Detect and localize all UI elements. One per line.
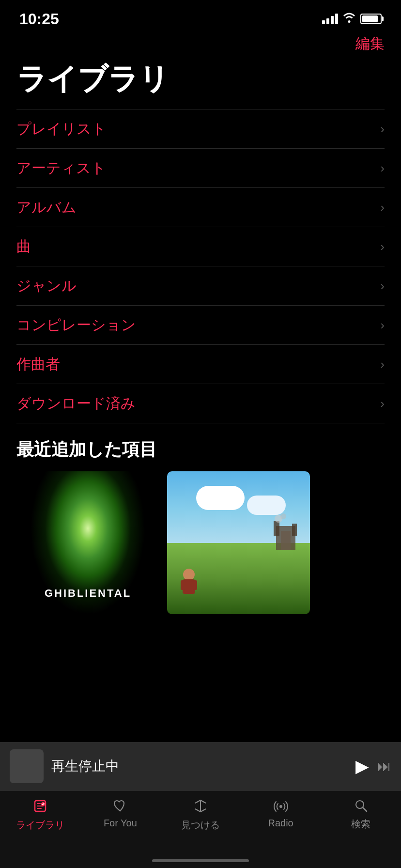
menu-item-compilations[interactable]: コンピレーション ›	[0, 306, 401, 344]
library-icon	[33, 799, 47, 816]
play-button[interactable]: ▶	[355, 756, 369, 776]
svg-rect-2	[292, 524, 297, 536]
album-ghibliental[interactable]: GHIBLIENTAL	[16, 471, 159, 614]
svg-line-14	[363, 807, 367, 811]
chevron-icon: ›	[380, 161, 385, 176]
svg-rect-8	[181, 580, 185, 590]
chevron-icon: ›	[380, 200, 385, 215]
chevron-icon: ›	[380, 396, 385, 411]
status-bar: 10:25	[0, 0, 401, 29]
radio-icon	[273, 799, 289, 815]
svg-rect-9	[192, 580, 197, 590]
library-menu: プレイリスト › アーティスト › アルバム › 曲 › ジャンル › コンピレ…	[0, 109, 401, 423]
svg-point-12	[279, 805, 282, 808]
tab-search[interactable]: 検索	[321, 799, 401, 831]
page-title: ライブラリ	[0, 59, 401, 109]
chevron-icon: ›	[380, 357, 385, 372]
menu-item-playlists[interactable]: プレイリスト ›	[0, 109, 401, 148]
svg-rect-1	[274, 521, 279, 536]
svg-rect-3	[281, 531, 291, 550]
chevron-icon: ›	[380, 239, 385, 254]
album-grid: GHIBLIENTAL	[0, 471, 401, 614]
chevron-icon: ›	[380, 279, 385, 294]
signal-icon	[322, 14, 338, 24]
tab-foryou-label: For You	[104, 818, 137, 829]
menu-item-artists[interactable]: アーティスト ›	[0, 149, 401, 187]
next-button[interactable]: ⏭	[377, 758, 391, 775]
tab-foryou[interactable]: For You	[80, 799, 161, 829]
tab-browse[interactable]: 見つける	[160, 799, 241, 832]
album-howl[interactable]	[167, 471, 310, 614]
tab-search-label: 検索	[351, 818, 370, 831]
wifi-icon	[343, 12, 355, 26]
menu-item-albums[interactable]: アルバム ›	[0, 188, 401, 227]
foryou-icon	[113, 799, 127, 815]
edit-button[interactable]: 編集	[355, 34, 385, 54]
status-icons	[322, 12, 382, 26]
menu-item-genres[interactable]: ジャンル ›	[0, 266, 401, 305]
tab-browse-label: 見つける	[181, 819, 220, 832]
menu-item-songs[interactable]: 曲 ›	[0, 227, 401, 266]
search-icon	[354, 799, 368, 815]
tab-radio-label: Radio	[268, 818, 293, 829]
tab-library-label: ライブラリ	[16, 819, 64, 832]
edit-bar: 編集	[0, 29, 401, 59]
tab-bar: ライブラリ For You 見つける Radio	[0, 790, 401, 868]
svg-point-6	[183, 569, 195, 580]
mini-player-title: 再生停止中	[51, 757, 348, 775]
tab-radio[interactable]: Radio	[241, 799, 321, 829]
album-ghibliental-label: GHIBLIENTAL	[45, 587, 131, 599]
mini-player[interactable]: 再生停止中 ▶ ⏭	[0, 742, 401, 790]
battery-icon	[360, 14, 382, 24]
chevron-icon: ›	[380, 318, 385, 333]
mini-player-artwork	[10, 749, 44, 783]
svg-point-5	[280, 513, 286, 519]
recently-added-title: 最近追加した項目	[0, 423, 401, 471]
home-indicator	[152, 859, 249, 862]
menu-item-composers[interactable]: 作曲者 ›	[0, 345, 401, 384]
browse-icon	[194, 799, 207, 816]
chevron-icon: ›	[380, 122, 385, 137]
status-time: 10:25	[19, 10, 59, 28]
menu-item-downloaded[interactable]: ダウンロード済み ›	[0, 384, 401, 423]
tab-library[interactable]: ライブラリ	[0, 799, 80, 832]
